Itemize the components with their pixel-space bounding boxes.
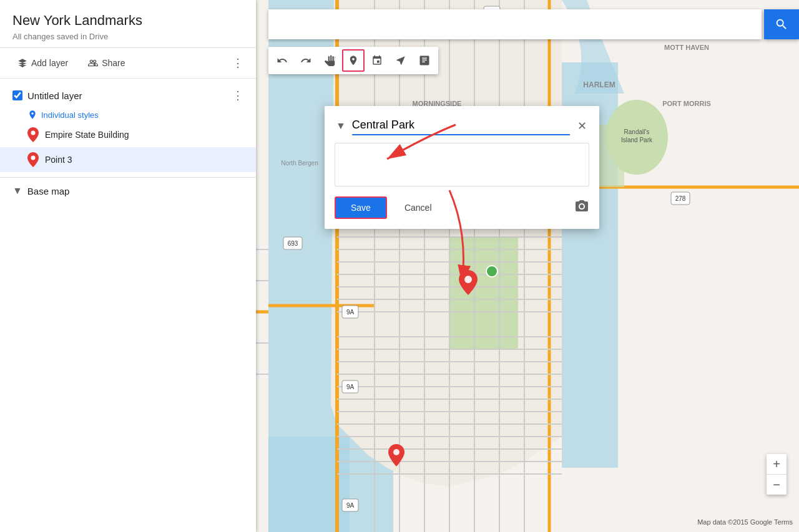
sidebar-actions: Add layer Share ⋮ [0, 48, 256, 79]
sidebar: New York Landmarks All changes saved in … [0, 0, 256, 532]
toolbar [268, 9, 799, 39]
hand-icon [324, 55, 335, 66]
measure-icon [419, 55, 430, 66]
zoom-out-button[interactable]: − [767, 475, 787, 495]
base-map-chevron-icon: ▼ [12, 185, 22, 196]
individual-styles-button[interactable]: Individual styles [0, 107, 256, 122]
layer-more-button[interactable]: ⋮ [232, 89, 243, 102]
svg-text:9A: 9A [346, 309, 355, 316]
popup-footer: Save Cancel [335, 196, 589, 219]
popup-dropdown-button[interactable]: ▼ [335, 119, 347, 133]
save-button[interactable]: Save [335, 196, 387, 219]
popup-header: ▼ ✕ [335, 116, 589, 135]
undo-button[interactable] [271, 49, 293, 72]
search-button[interactable] [764, 9, 799, 39]
share-button[interactable]: Share [83, 56, 130, 70]
undo-icon [277, 55, 288, 66]
zoom-controls: + − [767, 454, 787, 495]
empire-state-icon [27, 127, 39, 142]
cancel-button[interactable]: Cancel [395, 198, 442, 218]
layer-title: Untitled layer [27, 90, 227, 101]
layer-checkbox[interactable] [12, 90, 22, 100]
zoom-in-button[interactable]: + [767, 454, 787, 474]
measure-tool-button[interactable] [413, 49, 436, 72]
svg-text:Island Park: Island Park [621, 137, 653, 143]
line-tool-button[interactable] [366, 49, 388, 72]
share-icon [88, 58, 98, 68]
layer-section: Untitled layer ⋮ Individual styles Empir… [0, 79, 256, 177]
svg-point-47 [31, 156, 36, 160]
empire-state-pin[interactable] [388, 444, 404, 471]
sidebar-subtitle: All changes saved in Drive [12, 32, 243, 41]
popup-body [335, 143, 589, 189]
svg-text:North Bergen: North Bergen [281, 160, 318, 167]
svg-point-41 [393, 449, 400, 455]
route-tool-button[interactable] [390, 49, 412, 72]
svg-text:HARLEM: HARLEM [583, 80, 615, 89]
svg-text:PORT MORRIS: PORT MORRIS [662, 100, 711, 107]
svg-text:MOTT HAVEN: MOTT HAVEN [664, 44, 709, 51]
green-marker [486, 265, 498, 281]
search-icon [775, 17, 788, 31]
search-input[interactable] [278, 19, 752, 30]
redo-button[interactable] [295, 49, 317, 72]
map-attribution: Map data ©2015 Google Terms [697, 518, 793, 526]
svg-text:693: 693 [288, 240, 298, 247]
pin-icon [348, 55, 359, 66]
sidebar-title: New York Landmarks [12, 12, 243, 29]
sidebar-more-button[interactable]: ⋮ [232, 56, 243, 70]
individual-styles-icon [27, 110, 37, 120]
popup-description-input[interactable] [335, 143, 589, 186]
point3-icon [27, 152, 39, 167]
layer-header: Untitled layer ⋮ [0, 84, 256, 107]
svg-point-42 [486, 266, 498, 277]
svg-text:9A: 9A [346, 384, 355, 390]
camera-button[interactable] [574, 199, 589, 217]
svg-point-46 [31, 131, 36, 135]
base-map-label: Base map [27, 186, 70, 196]
line-icon [371, 55, 383, 66]
hand-tool-button[interactable] [318, 49, 341, 72]
svg-text:278: 278 [675, 195, 686, 202]
pin-tool-button[interactable] [342, 49, 365, 72]
map-tools [268, 47, 438, 74]
empire-state-item[interactable]: Empire State Building [0, 122, 256, 147]
popup-title-input[interactable] [352, 116, 570, 135]
point-3-item[interactable]: Point 3 [0, 147, 256, 172]
popup-dialog: ▼ ✕ Save Cancel [325, 106, 599, 229]
svg-text:Randall's: Randall's [624, 128, 650, 135]
redo-icon [300, 55, 311, 66]
central-park-pin[interactable] [459, 270, 478, 299]
svg-point-40 [464, 276, 472, 283]
search-bar [268, 9, 762, 39]
add-layer-icon [17, 58, 27, 68]
popup-close-button[interactable]: ✕ [575, 117, 589, 135]
route-icon [395, 55, 406, 66]
base-map-section[interactable]: ▼ Base map [0, 177, 256, 204]
camera-icon [574, 199, 589, 214]
sidebar-header: New York Landmarks All changes saved in … [0, 0, 256, 48]
svg-text:9A: 9A [346, 502, 355, 509]
add-layer-button[interactable]: Add layer [12, 56, 73, 70]
